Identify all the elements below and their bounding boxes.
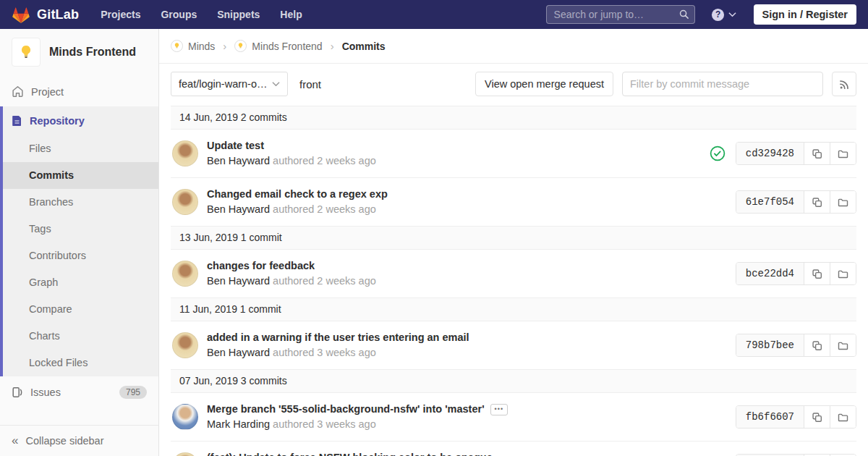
commit-title-link[interactable]: Changed email check to a regex exp — [207, 187, 388, 201]
commit-author-link[interactable]: Ben Hayward — [207, 275, 270, 287]
navbar-link-snippets[interactable]: Snippets — [217, 9, 260, 20]
copy-icon — [812, 269, 822, 279]
commit-authored-time: authored 3 weeks ago — [273, 418, 376, 430]
project-context-header[interactable]: Minds Frontend — [0, 29, 158, 77]
commit-row: Merge branch '555-solid-background-nsfw'… — [171, 393, 856, 442]
author-avatar[interactable] — [172, 452, 198, 456]
copy-sha-button[interactable] — [804, 263, 830, 284]
commit-authored-time: authored 2 weeks ago — [273, 203, 376, 215]
sign-in-register-button[interactable]: Sign in / Register — [754, 4, 856, 25]
repo-ref-label: front — [299, 78, 321, 90]
commit-group: 13 Jun, 2019 1 commit changes for feedba… — [171, 226, 856, 297]
copy-sha-button[interactable] — [804, 406, 830, 428]
commit-sha-link[interactable]: cd329428 — [736, 143, 804, 164]
search-input[interactable] — [546, 5, 695, 24]
gitlab-commits-page: GitLab ProjectsGroupsSnippetsHelp ? Sign… — [0, 0, 868, 456]
commit-info: changes for feedback Ben Hayward authore… — [207, 259, 376, 288]
sidebar-subitem-charts[interactable]: Charts — [3, 323, 158, 350]
navbar-link-groups[interactable]: Groups — [161, 9, 197, 20]
commit-author-link[interactable]: Mark Harding — [207, 418, 270, 430]
help-menu-button[interactable]: ? — [711, 8, 736, 22]
browse-files-button[interactable] — [830, 143, 856, 164]
commit-info: Merge branch '555-solid-background-nsfw'… — [207, 402, 508, 431]
sidebar-subitem-tags[interactable]: Tags — [3, 216, 158, 242]
commit-row: (feat): Update to force NSFW blocking co… — [171, 442, 856, 456]
commit-title-link[interactable]: added in a warning if the user tries ent… — [207, 331, 469, 345]
global-search — [546, 5, 695, 24]
brand-title: GitLab — [37, 7, 79, 22]
navbar-menu: ProjectsGroupsSnippetsHelp — [101, 9, 302, 20]
sidebar-subitem-branches[interactable]: Branches — [3, 189, 158, 216]
sidebar-subitem-files[interactable]: Files — [3, 135, 158, 162]
copy-sha-button[interactable] — [804, 334, 830, 356]
sidebar-subitem-locked-files[interactable]: Locked Files — [3, 350, 158, 376]
copy-sha-button[interactable] — [804, 191, 830, 213]
breadcrumb-avatar — [234, 40, 247, 52]
breadcrumb-item-minds-frontend[interactable]: Minds Frontend — [234, 40, 322, 52]
collapse-sidebar-button[interactable]: « Collapse sidebar — [0, 425, 158, 456]
commit-sha-link[interactable]: fb6f6607 — [736, 406, 804, 428]
commit-title-link[interactable]: changes for feedback — [207, 259, 315, 273]
browse-files-button[interactable] — [830, 406, 856, 428]
pipeline-status-passed-icon[interactable] — [710, 145, 726, 161]
browse-files-button[interactable] — [830, 334, 856, 356]
sidebar-subitem-graph[interactable]: Graph — [3, 269, 158, 296]
top-navbar: GitLab ProjectsGroupsSnippetsHelp ? Sign… — [0, 0, 868, 29]
issues-icon — [12, 387, 23, 398]
view-open-merge-request-button[interactable]: View open merge request — [475, 72, 613, 96]
breadcrumb-item-minds[interactable]: Minds — [171, 40, 215, 52]
commit-author-link[interactable]: Ben Hayward — [207, 347, 270, 358]
commit-info: added in a warning if the user tries ent… — [207, 331, 469, 360]
commit-sha-link[interactable]: bce22dd4 — [736, 263, 804, 284]
navbar-link-projects[interactable]: Projects — [101, 9, 140, 20]
author-avatar[interactable] — [172, 261, 198, 287]
question-circle-icon: ? — [711, 8, 725, 22]
author-avatar[interactable] — [172, 404, 198, 430]
repository-subnav: FilesCommitsBranchesTagsContributorsGrap… — [3, 135, 158, 376]
commit-row: changes for feedback Ben Hayward authore… — [171, 250, 856, 297]
commit-sha-link[interactable]: 798b7bee — [736, 334, 804, 356]
commit-title-link[interactable]: Merge branch '555-solid-background-nsfw'… — [207, 402, 485, 416]
sidebar-item-issues[interactable]: Issues 795 — [0, 376, 158, 408]
commit-actions: 798b7bee — [736, 334, 856, 357]
sidebar-item-repository[interactable]: Repository — [3, 106, 158, 135]
chevron-down-icon — [272, 81, 280, 87]
commit-description-toggle[interactable]: ••• — [490, 404, 508, 415]
commit-group-rows: Merge branch '555-solid-background-nsfw'… — [171, 393, 856, 456]
browse-files-button[interactable] — [830, 263, 856, 284]
commit-sha-link[interactable]: 61e7f054 — [736, 191, 804, 213]
author-avatar[interactable] — [172, 189, 198, 215]
author-avatar[interactable] — [172, 332, 198, 358]
author-avatar[interactable] — [172, 140, 198, 166]
breadcrumb-avatar — [171, 40, 183, 52]
commit-date-header: 07 Jun, 2019 3 commits — [171, 369, 856, 393]
browse-files-button[interactable] — [830, 191, 856, 213]
sidebar-subitem-compare[interactable]: Compare — [3, 296, 158, 323]
commits-toolbar: feat/login-warn-o… front View open merge… — [159, 64, 868, 96]
sidebar-item-project[interactable]: Project — [0, 77, 158, 106]
sidebar-section-repository: Repository FilesCommitsBranchesTagsContr… — [0, 106, 158, 376]
commit-author-link[interactable]: Ben Hayward — [207, 155, 270, 166]
commit-title-link[interactable]: (feat): Update to force NSFW blocking co… — [207, 451, 495, 456]
navbar-link-help[interactable]: Help — [280, 9, 302, 20]
commits-feed-button[interactable] — [832, 72, 856, 96]
commit-title-link[interactable]: Update test — [207, 139, 264, 153]
project-avatar — [12, 38, 41, 67]
gitlab-home-link[interactable]: GitLab — [12, 6, 79, 24]
branch-selector-value: feat/login-warn-o… — [179, 78, 268, 90]
commit-author-link[interactable]: Ben Hayward — [207, 203, 270, 215]
branch-selector-dropdown[interactable]: feat/login-warn-o… — [171, 72, 288, 96]
copy-icon — [812, 340, 822, 351]
copy-sha-button[interactable] — [804, 143, 830, 164]
commit-group: 11 Jun, 2019 1 commit added in a warning… — [171, 297, 856, 369]
copy-icon — [812, 412, 822, 423]
project-title: Minds Frontend — [49, 46, 136, 59]
commit-row: Changed email check to a regex exp Ben H… — [171, 178, 856, 226]
filter-commit-message-input[interactable] — [622, 72, 823, 96]
breadcrumb-separator-icon: › — [331, 40, 334, 52]
commit-info: Update test Ben Hayward authored 2 weeks… — [207, 139, 376, 168]
commit-authored-time: authored 2 weeks ago — [273, 155, 376, 166]
sidebar-subitem-commits[interactable]: Commits — [3, 162, 158, 189]
breadcrumb-current: Commits — [342, 41, 386, 52]
sidebar-subitem-contributors[interactable]: Contributors — [3, 242, 158, 269]
